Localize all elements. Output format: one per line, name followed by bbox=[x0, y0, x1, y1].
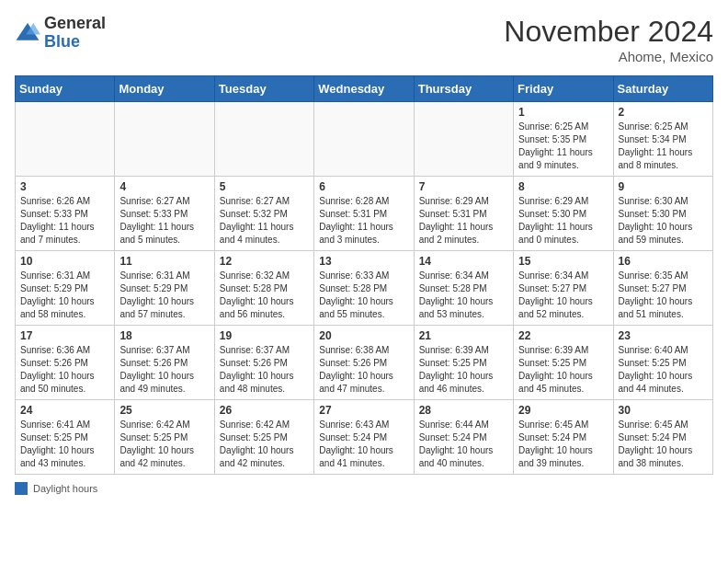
calendar-day-cell: 30Sunrise: 6:45 AM Sunset: 5:24 PM Dayli… bbox=[613, 400, 712, 475]
day-number: 15 bbox=[518, 255, 608, 268]
day-number: 18 bbox=[119, 329, 209, 342]
legend: Daylight hours bbox=[15, 482, 713, 495]
calendar-day-cell: 14Sunrise: 6:34 AM Sunset: 5:28 PM Dayli… bbox=[414, 251, 513, 326]
page-header: General Blue November 2024 Ahome, Mexico bbox=[15, 15, 713, 64]
day-number: 1 bbox=[518, 106, 608, 119]
day-info: Sunrise: 6:29 AM Sunset: 5:30 PM Dayligh… bbox=[518, 195, 608, 247]
calendar-day-cell: 27Sunrise: 6:43 AM Sunset: 5:24 PM Dayli… bbox=[314, 400, 414, 475]
calendar-day-cell: 4Sunrise: 6:27 AM Sunset: 5:33 PM Daylig… bbox=[115, 177, 214, 251]
calendar-day-cell: 28Sunrise: 6:44 AM Sunset: 5:24 PM Dayli… bbox=[414, 400, 513, 475]
legend-color-box bbox=[15, 482, 28, 495]
day-number: 10 bbox=[20, 255, 109, 268]
day-info: Sunrise: 6:37 AM Sunset: 5:26 PM Dayligh… bbox=[220, 344, 309, 396]
logo-icon bbox=[15, 20, 40, 46]
day-number: 9 bbox=[619, 180, 708, 193]
day-info: Sunrise: 6:26 AM Sunset: 5:33 PM Dayligh… bbox=[20, 195, 109, 247]
title-block: November 2024 Ahome, Mexico bbox=[504, 15, 713, 64]
calendar-day-cell: 20Sunrise: 6:38 AM Sunset: 5:26 PM Dayli… bbox=[314, 326, 414, 400]
calendar-day-header: Saturday bbox=[613, 76, 712, 102]
day-number: 3 bbox=[20, 180, 109, 193]
day-info: Sunrise: 6:36 AM Sunset: 5:26 PM Dayligh… bbox=[20, 344, 109, 396]
day-number: 27 bbox=[319, 404, 408, 417]
day-info: Sunrise: 6:37 AM Sunset: 5:26 PM Dayligh… bbox=[119, 344, 209, 396]
day-number: 29 bbox=[518, 404, 608, 417]
day-info: Sunrise: 6:35 AM Sunset: 5:27 PM Dayligh… bbox=[619, 270, 708, 321]
calendar-header-row: SundayMondayTuesdayWednesdayThursdayFrid… bbox=[16, 76, 713, 102]
logo: General Blue bbox=[15, 15, 106, 52]
calendar-day-cell: 29Sunrise: 6:45 AM Sunset: 5:24 PM Dayli… bbox=[514, 400, 613, 475]
calendar-day-header: Wednesday bbox=[314, 76, 414, 102]
logo-blue: Blue bbox=[44, 32, 80, 51]
calendar-day-cell: 21Sunrise: 6:39 AM Sunset: 5:25 PM Dayli… bbox=[414, 326, 513, 400]
day-number: 16 bbox=[619, 255, 708, 268]
calendar-day-cell: 2Sunrise: 6:25 AM Sunset: 5:34 PM Daylig… bbox=[613, 102, 712, 177]
calendar-day-cell: 8Sunrise: 6:29 AM Sunset: 5:30 PM Daylig… bbox=[514, 177, 613, 251]
day-info: Sunrise: 6:38 AM Sunset: 5:26 PM Dayligh… bbox=[319, 344, 408, 396]
calendar-day-cell bbox=[214, 102, 313, 177]
day-number: 7 bbox=[419, 180, 508, 193]
month-title: November 2024 bbox=[504, 15, 713, 49]
calendar-day-cell: 11Sunrise: 6:31 AM Sunset: 5:29 PM Dayli… bbox=[115, 251, 214, 326]
day-number: 26 bbox=[220, 404, 309, 417]
calendar-day-header: Sunday bbox=[16, 76, 115, 102]
calendar-day-header: Thursday bbox=[414, 76, 513, 102]
day-info: Sunrise: 6:25 AM Sunset: 5:35 PM Dayligh… bbox=[518, 121, 608, 172]
calendar-week-row: 10Sunrise: 6:31 AM Sunset: 5:29 PM Dayli… bbox=[16, 251, 713, 326]
day-info: Sunrise: 6:40 AM Sunset: 5:25 PM Dayligh… bbox=[619, 344, 708, 396]
calendar-day-cell: 6Sunrise: 6:28 AM Sunset: 5:31 PM Daylig… bbox=[314, 177, 414, 251]
day-number: 5 bbox=[220, 180, 309, 193]
calendar-day-cell: 10Sunrise: 6:31 AM Sunset: 5:29 PM Dayli… bbox=[16, 251, 115, 326]
logo-general: General bbox=[44, 14, 106, 32]
day-number: 28 bbox=[419, 404, 508, 417]
location: Ahome, Mexico bbox=[504, 49, 713, 64]
day-number: 6 bbox=[319, 180, 408, 193]
day-number: 4 bbox=[119, 180, 209, 193]
calendar-day-cell: 16Sunrise: 6:35 AM Sunset: 5:27 PM Dayli… bbox=[613, 251, 712, 326]
calendar-day-cell bbox=[414, 102, 513, 177]
calendar-day-cell: 23Sunrise: 6:40 AM Sunset: 5:25 PM Dayli… bbox=[613, 326, 712, 400]
legend-label: Daylight hours bbox=[33, 483, 97, 494]
day-number: 14 bbox=[419, 255, 508, 268]
calendar-day-cell: 7Sunrise: 6:29 AM Sunset: 5:31 PM Daylig… bbox=[414, 177, 513, 251]
day-info: Sunrise: 6:31 AM Sunset: 5:29 PM Dayligh… bbox=[119, 270, 209, 321]
day-number: 19 bbox=[220, 329, 309, 342]
day-number: 12 bbox=[220, 255, 309, 268]
day-info: Sunrise: 6:34 AM Sunset: 5:27 PM Dayligh… bbox=[518, 270, 608, 321]
calendar-day-cell: 1Sunrise: 6:25 AM Sunset: 5:35 PM Daylig… bbox=[514, 102, 613, 177]
day-number: 8 bbox=[518, 180, 608, 193]
calendar-week-row: 3Sunrise: 6:26 AM Sunset: 5:33 PM Daylig… bbox=[16, 177, 713, 251]
calendar-day-cell: 12Sunrise: 6:32 AM Sunset: 5:28 PM Dayli… bbox=[214, 251, 313, 326]
day-info: Sunrise: 6:42 AM Sunset: 5:25 PM Dayligh… bbox=[220, 419, 309, 470]
day-info: Sunrise: 6:25 AM Sunset: 5:34 PM Dayligh… bbox=[619, 121, 708, 172]
calendar-table: SundayMondayTuesdayWednesdayThursdayFrid… bbox=[15, 75, 713, 475]
logo-text: General Blue bbox=[44, 15, 106, 52]
day-info: Sunrise: 6:32 AM Sunset: 5:28 PM Dayligh… bbox=[220, 270, 309, 321]
day-info: Sunrise: 6:29 AM Sunset: 5:31 PM Dayligh… bbox=[419, 195, 508, 247]
calendar-day-cell: 15Sunrise: 6:34 AM Sunset: 5:27 PM Dayli… bbox=[514, 251, 613, 326]
day-info: Sunrise: 6:33 AM Sunset: 5:28 PM Dayligh… bbox=[319, 270, 408, 321]
day-number: 17 bbox=[20, 329, 109, 342]
calendar-day-cell: 17Sunrise: 6:36 AM Sunset: 5:26 PM Dayli… bbox=[16, 326, 115, 400]
day-info: Sunrise: 6:42 AM Sunset: 5:25 PM Dayligh… bbox=[119, 419, 209, 470]
calendar-day-cell: 19Sunrise: 6:37 AM Sunset: 5:26 PM Dayli… bbox=[214, 326, 313, 400]
calendar-day-cell: 22Sunrise: 6:39 AM Sunset: 5:25 PM Dayli… bbox=[514, 326, 613, 400]
calendar-day-cell: 3Sunrise: 6:26 AM Sunset: 5:33 PM Daylig… bbox=[16, 177, 115, 251]
day-info: Sunrise: 6:43 AM Sunset: 5:24 PM Dayligh… bbox=[319, 419, 408, 470]
day-number: 23 bbox=[619, 329, 708, 342]
calendar-day-cell: 24Sunrise: 6:41 AM Sunset: 5:25 PM Dayli… bbox=[16, 400, 115, 475]
day-info: Sunrise: 6:34 AM Sunset: 5:28 PM Dayligh… bbox=[419, 270, 508, 321]
day-info: Sunrise: 6:31 AM Sunset: 5:29 PM Dayligh… bbox=[20, 270, 109, 321]
calendar-day-cell: 9Sunrise: 6:30 AM Sunset: 5:30 PM Daylig… bbox=[613, 177, 712, 251]
calendar-week-row: 1Sunrise: 6:25 AM Sunset: 5:35 PM Daylig… bbox=[16, 102, 713, 177]
day-number: 30 bbox=[619, 404, 708, 417]
day-info: Sunrise: 6:41 AM Sunset: 5:25 PM Dayligh… bbox=[20, 419, 109, 470]
day-number: 22 bbox=[518, 329, 608, 342]
day-number: 25 bbox=[119, 404, 209, 417]
calendar-day-header: Friday bbox=[514, 76, 613, 102]
day-info: Sunrise: 6:28 AM Sunset: 5:31 PM Dayligh… bbox=[319, 195, 408, 247]
day-info: Sunrise: 6:39 AM Sunset: 5:25 PM Dayligh… bbox=[419, 344, 508, 396]
calendar-day-header: Monday bbox=[115, 76, 214, 102]
calendar-day-cell bbox=[314, 102, 414, 177]
calendar-day-cell: 5Sunrise: 6:27 AM Sunset: 5:32 PM Daylig… bbox=[214, 177, 313, 251]
calendar-day-cell: 13Sunrise: 6:33 AM Sunset: 5:28 PM Dayli… bbox=[314, 251, 414, 326]
